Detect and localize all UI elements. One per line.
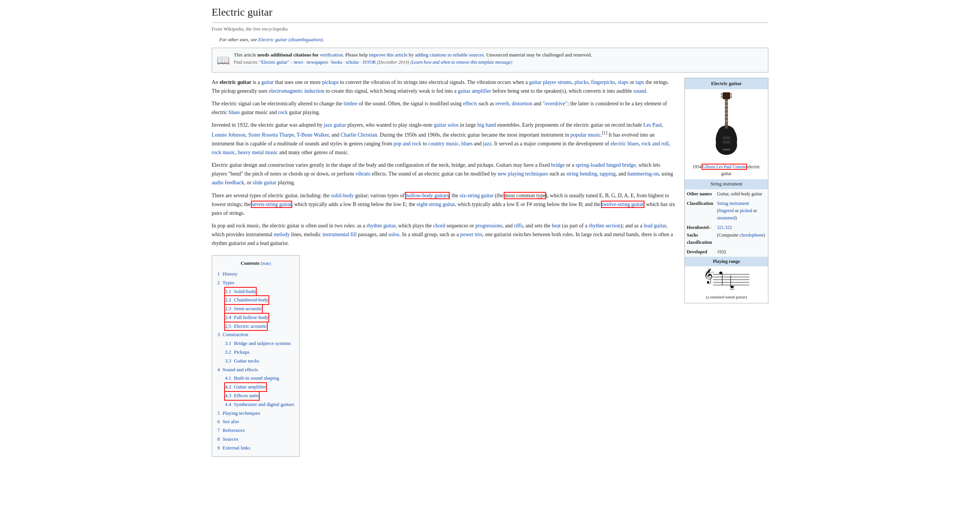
svg-rect-16 — [723, 137, 730, 139]
sources-link[interactable]: "Electric guitar" — [259, 60, 289, 65]
notice-content: This article needs additional citations … — [234, 51, 592, 66]
page-title: Electric guitar — [212, 4, 768, 23]
toc-item-3-1[interactable]: 3.1 Bridge and tailpiece systems — [225, 340, 291, 346]
other-names-label: Other names — [685, 189, 715, 199]
svg-rect-22 — [723, 149, 730, 150]
notice-icon: 📖 — [217, 52, 230, 69]
svg-point-5 — [730, 96, 732, 98]
toc-list: 1 History 2 Types 2.1 Solid-body 2.2 Cha… — [217, 270, 294, 453]
toc-item-3[interactable]: 3 Construction — [217, 332, 248, 337]
toc-item-2-3[interactable]: 2.3 Semi-acoustic — [225, 305, 262, 313]
toc-item-5[interactable]: 5 Playing techniques — [217, 410, 260, 416]
table-of-contents: Contents [hide] 1 History 2 Types 2.1 So… — [212, 255, 300, 457]
toc-item-4-4[interactable]: 4.4 Synthesizer and digital guitars — [225, 401, 294, 407]
toc-hide[interactable]: [hide] — [261, 261, 271, 266]
infobox-image — [685, 89, 768, 163]
improve-link[interactable]: improve this article — [369, 52, 408, 58]
toc-header: Contents [hide] — [217, 259, 294, 267]
staff-notation: 𝄞 (loco) — [685, 266, 768, 303]
toc-item-4[interactable]: 4 Sound and effects — [217, 367, 258, 372]
classification-label: Classification — [685, 199, 715, 223]
hornbostel-value: 321.322 (Composite chordophone) — [715, 223, 768, 247]
toc-item-2[interactable]: 2 Types — [217, 280, 234, 285]
playing-range-header: Playing range — [685, 257, 768, 266]
toc-item-4-2[interactable]: 4.2 Guitar amplifier — [225, 383, 266, 391]
guitar-svg — [711, 92, 742, 157]
svg-rect-17 — [723, 141, 730, 143]
toc-item-2-4[interactable]: 2.4 Full hollow-body — [225, 314, 268, 322]
svg-point-2 — [721, 93, 723, 95]
svg-point-3 — [721, 96, 723, 98]
toc-item-8[interactable]: 8 Sources — [217, 436, 238, 442]
toc-item-1[interactable]: 1 History — [217, 271, 238, 277]
infobox: Electric guitar — [684, 78, 768, 303]
gibson-les-paul-link[interactable]: Gibson Les Paul Custom — [702, 164, 746, 169]
classification-value: String instrument (fingered or picked or… — [715, 199, 768, 223]
infobox-caption: 1954 Gibson Les Paul Custom electric gui… — [685, 163, 768, 180]
infobox-subheader: String instrument — [685, 179, 768, 189]
verification-link[interactable]: verification — [320, 52, 343, 58]
citation-notice: 📖 This article needs additional citation… — [212, 48, 768, 72]
developed-label: Developed — [685, 247, 715, 257]
svg-rect-1 — [723, 92, 730, 99]
template-help-link[interactable]: Learn how and when to remove this templa… — [412, 60, 511, 65]
disambiguation-link[interactable]: Electric guitar (disambiguation) — [258, 37, 323, 42]
svg-point-4 — [730, 93, 732, 95]
toc-item-3-3[interactable]: 3.3 Guitar necks — [225, 358, 259, 364]
toc-item-9[interactable]: 9 External links — [217, 445, 250, 451]
other-names-value: Guitar, solid-body guitar — [715, 189, 768, 199]
infobox-title: Electric guitar — [685, 78, 768, 89]
developed-value: 1932 — [715, 247, 768, 257]
svg-point-30 — [719, 271, 722, 274]
svg-text:(loco): (loco) — [705, 270, 714, 274]
wiki-subtitle: From Wikipedia, the free encyclopedia — [212, 25, 768, 33]
find-sources: Find sources: "Electric guitar" – news ·… — [234, 59, 592, 66]
toc-item-6[interactable]: 6 See also — [217, 419, 239, 424]
toc-item-3-2[interactable]: 3.2 Pickups — [225, 349, 250, 355]
toc-item-4-1[interactable]: 4.1 Built-in sound shaping — [225, 375, 279, 381]
toc-item-2-5[interactable]: 2.5 Electric acoustic — [225, 322, 267, 330]
disambiguation-note: For other uses, see Electric guitar (dis… — [212, 36, 768, 44]
svg-point-32 — [730, 285, 734, 288]
hornbostel-label: Hornbostel–Sachsclassification — [685, 223, 715, 247]
toc-item-7[interactable]: 7 References — [217, 427, 245, 433]
staff-caption: (a standard tuned guitar) — [687, 294, 766, 301]
toc-item-2-2[interactable]: 2.2 Chambered-body — [225, 296, 268, 304]
toc-item-2-1[interactable]: 2.1 Solid-body — [225, 288, 256, 296]
toc-item-4-3[interactable]: 4.3 Effects units — [225, 392, 259, 400]
infobox-table: Other names Guitar, solid-body guitar Cl… — [685, 189, 768, 257]
staff-svg: 𝄞 (loco) — [702, 269, 751, 292]
adding-citations-link[interactable]: adding citations to reliable sources — [415, 52, 484, 58]
